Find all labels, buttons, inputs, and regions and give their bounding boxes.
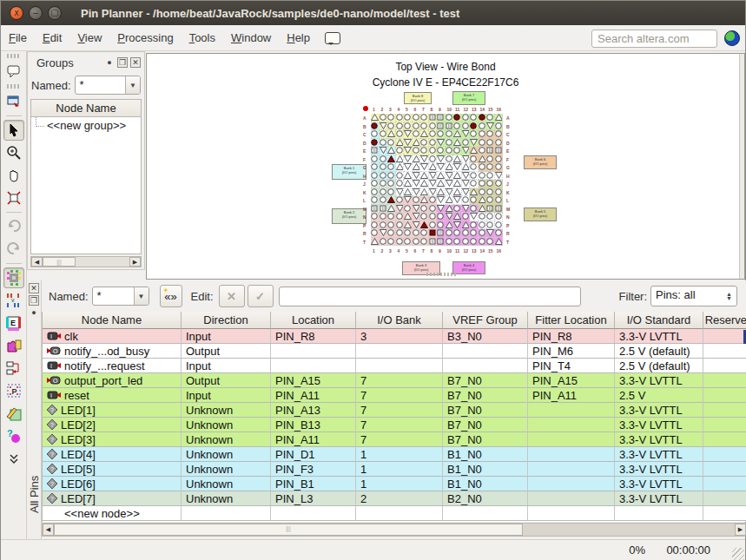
cell-fitter[interactable]: PIN_M6: [528, 344, 615, 359]
pin-H10[interactable]: [446, 172, 454, 181]
pin-G14[interactable]: [479, 163, 487, 172]
pad-view-icon[interactable]: E: [3, 313, 24, 333]
cell-location[interactable]: PIN_R8: [271, 329, 356, 344]
pin-A1[interactable]: [371, 114, 380, 122]
pin-P3[interactable]: [387, 221, 396, 230]
pin-D9[interactable]: [437, 139, 446, 148]
pin-D16[interactable]: [495, 139, 504, 148]
pin-J11[interactable]: [453, 180, 462, 188]
cell-fitter[interactable]: PIN_A15: [528, 373, 615, 388]
ssn-icon[interactable]: [3, 403, 24, 424]
pin-J15[interactable]: [486, 180, 495, 188]
cell-bank[interactable]: 7: [356, 388, 443, 403]
cell-bank[interactable]: 1: [356, 447, 443, 462]
pin-D7[interactable]: [420, 139, 429, 148]
cell-reserved[interactable]: [703, 462, 746, 477]
pin-C5[interactable]: [404, 130, 413, 139]
pin-K8[interactable]: [429, 188, 438, 197]
pin-C13[interactable]: [470, 130, 479, 139]
pin-P16[interactable]: [495, 221, 504, 230]
cell-bank[interactable]: 7: [356, 418, 443, 432]
cell-bank[interactable]: 7: [356, 403, 443, 418]
pin-N7[interactable]: [420, 213, 429, 221]
scroll-thumb[interactable]: [54, 524, 523, 536]
pin-J13[interactable]: [470, 180, 479, 188]
pin-D6[interactable]: [413, 139, 421, 148]
pin-E5[interactable]: [404, 147, 413, 155]
pin-M5[interactable]: [404, 205, 413, 214]
pin-A5[interactable]: [404, 114, 413, 122]
cell-fitter[interactable]: PIN_A11: [528, 388, 615, 403]
column-header-fitter[interactable]: Fitter Location: [528, 312, 615, 329]
pin-M6[interactable]: [413, 205, 421, 214]
cell-name[interactable]: <<new node>>: [43, 506, 182, 521]
pin-G1[interactable]: [371, 163, 380, 172]
package-view-icon[interactable]: [3, 267, 24, 288]
pin-K12[interactable]: [462, 188, 471, 197]
pin-N9[interactable]: [437, 213, 446, 221]
pin-L12[interactable]: [462, 196, 471, 205]
pin-P15[interactable]: [486, 221, 495, 230]
groups-named-combobox[interactable]: * ▼: [75, 76, 141, 95]
pin-B6[interactable]: [413, 122, 421, 131]
pin-M3[interactable]: [387, 205, 396, 214]
pin-K13[interactable]: [470, 188, 479, 197]
cell-name[interactable]: ?LED[7]: [43, 491, 182, 506]
pin-F2[interactable]: [380, 155, 388, 164]
pin-F8[interactable]: [429, 155, 438, 164]
pin-G10[interactable]: [446, 163, 454, 172]
pin-P13[interactable]: [470, 221, 479, 230]
pin-E8[interactable]: [429, 147, 438, 155]
pin-J6[interactable]: [413, 180, 421, 188]
pin-K7[interactable]: [420, 188, 429, 197]
minimize-button[interactable]: –: [29, 6, 43, 20]
groups-hscrollbar[interactable]: ◀ ▶: [30, 256, 142, 267]
pin-C3[interactable]: [387, 130, 396, 139]
cell-direction[interactable]: Unknown: [182, 491, 271, 506]
pin-B3[interactable]: [387, 122, 396, 131]
pin-G9[interactable]: [437, 163, 446, 172]
pin-T1[interactable]: [371, 238, 380, 247]
pin-D15[interactable]: [486, 139, 495, 148]
pin-N16[interactable]: [495, 213, 504, 221]
column-header-direction[interactable]: Direction: [182, 312, 271, 329]
groups-list[interactable]: Node Name <<new group>>: [30, 99, 142, 254]
pin-F1[interactable]: [371, 155, 380, 164]
filter-combobox[interactable]: Pins: all ▲▼: [650, 286, 737, 306]
pin-G15[interactable]: [486, 163, 495, 172]
scroll-thumb[interactable]: [43, 257, 76, 267]
table-row-LED[6][interactable]: ?LED[6]UnknownPIN_B11B1_N03.3-V LVTTL: [43, 477, 746, 491]
pin-M11[interactable]: [453, 205, 462, 214]
menu-help[interactable]: Help: [279, 27, 318, 49]
pin-C9[interactable]: [437, 130, 446, 139]
table-row-LED[5][interactable]: ?LED[5]UnknownPIN_F31B1_N03.3-V LVTTL: [43, 462, 746, 477]
cell-bank[interactable]: 7: [356, 373, 443, 388]
pin-B14[interactable]: [479, 122, 487, 131]
cell-direction[interactable]: Output: [182, 373, 271, 388]
cell-location[interactable]: PIN_A11: [271, 432, 356, 447]
pin-D12[interactable]: [462, 139, 471, 148]
cell-location[interactable]: PIN_A13: [271, 403, 356, 418]
pin-N3[interactable]: [387, 213, 396, 221]
pin-T16[interactable]: [495, 238, 504, 247]
pin-L16[interactable]: [495, 196, 504, 205]
table-row-<<new node>>[interactable]: <<new node>>: [43, 506, 746, 521]
pin-H12[interactable]: [462, 172, 471, 181]
cell-bank[interactable]: [356, 344, 443, 359]
pin-P8[interactable]: [429, 221, 438, 230]
pin-panel-icon[interactable]: ●: [104, 57, 115, 68]
pin-N11[interactable]: [453, 213, 462, 221]
pin-P1[interactable]: [371, 221, 380, 230]
cell-location[interactable]: PIN_B1: [271, 477, 356, 491]
pin-H8[interactable]: [429, 172, 438, 181]
pin-G4[interactable]: [396, 163, 405, 172]
cell-reserved[interactable]: [703, 432, 746, 447]
cell-vref[interactable]: [443, 344, 528, 359]
cell-reserved[interactable]: [703, 388, 746, 403]
cell-name[interactable]: ?LED[6]: [43, 477, 182, 491]
pin-E11[interactable]: [453, 147, 462, 155]
pin-B8[interactable]: [429, 122, 438, 131]
cell-vref[interactable]: B7_N0: [443, 432, 528, 447]
pin-R5[interactable]: [404, 229, 413, 238]
table-row-notify_...request[interactable]: Inotify_...requestInputPIN_T42.5 V (defa…: [43, 359, 746, 373]
